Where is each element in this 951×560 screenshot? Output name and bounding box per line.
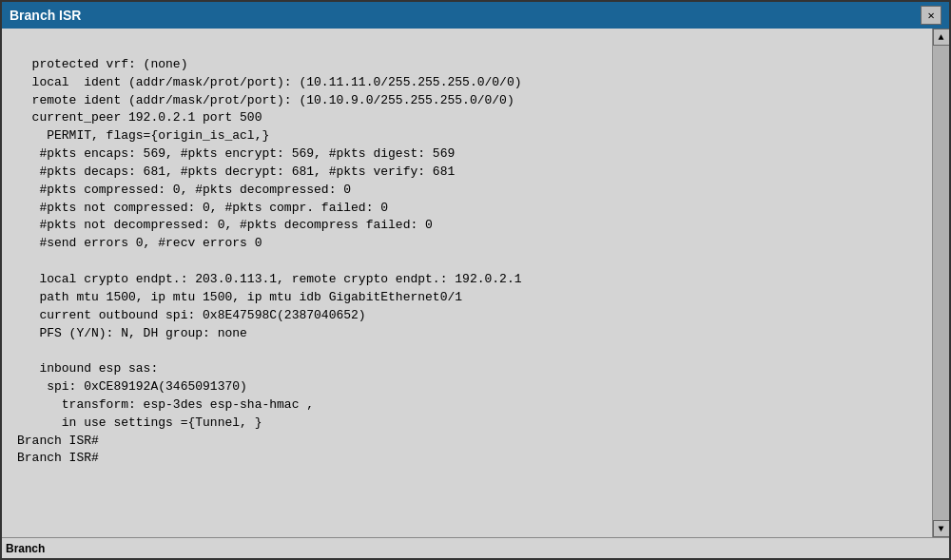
title-bar: Branch ISR ✕ — [2, 2, 949, 29]
scrollbar: ▲ ▼ — [932, 29, 949, 537]
terminal-output[interactable]: protected vrf: (none) local ident (addr/… — [2, 29, 932, 537]
close-button[interactable]: ✕ — [921, 6, 941, 25]
scroll-down-button[interactable]: ▼ — [933, 520, 950, 537]
bottom-label: Branch — [6, 542, 45, 555]
bottom-bar: Branch — [2, 537, 949, 558]
main-window: Branch ISR ✕ protected vrf: (none) local… — [0, 0, 951, 560]
window-title: Branch ISR — [10, 8, 81, 23]
scroll-track[interactable] — [933, 46, 949, 520]
content-area: protected vrf: (none) local ident (addr/… — [2, 29, 949, 537]
title-bar-buttons: ✕ — [921, 6, 941, 25]
scroll-up-button[interactable]: ▲ — [933, 29, 950, 46]
